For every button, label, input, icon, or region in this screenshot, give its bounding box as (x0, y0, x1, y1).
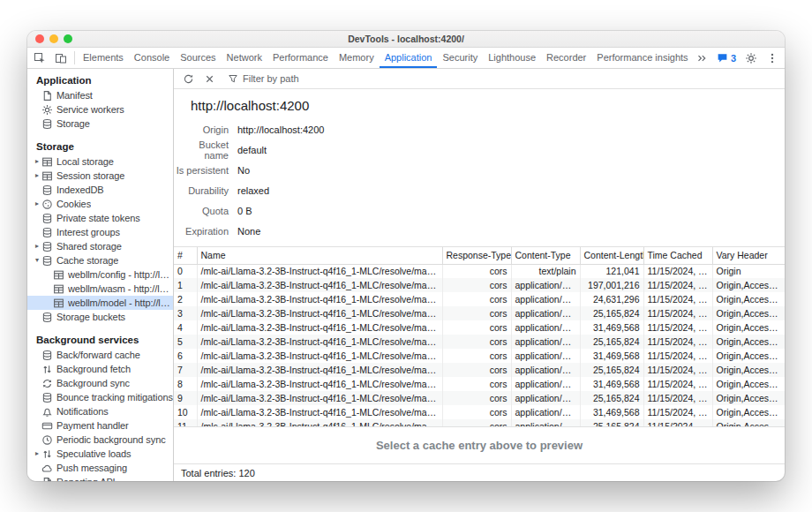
sidebar-item-webllm-config-http-loc[interactable]: webllm/config - http://loc… (27, 267, 173, 282)
column-header-vary-header[interactable]: Vary Header (712, 247, 785, 264)
tab-console[interactable]: Console (129, 48, 175, 68)
sidebar-item-reporting-api[interactable]: Reporting API (27, 475, 173, 481)
cell-content-length: 25,165,824 (580, 363, 643, 377)
tab-performance[interactable]: Performance (267, 48, 334, 68)
column-header-response-type[interactable]: Response-Type (442, 247, 511, 264)
tab-lighthouse[interactable]: Lighthouse (483, 48, 541, 68)
cache-entry-row-9[interactable]: 9/mlc-ai/Llama-3.2-3B-Instruct-q4f16_1-M… (174, 391, 785, 405)
cache-entry-row-3[interactable]: 3/mlc-ai/Llama-3.2-3B-Instruct-q4f16_1-M… (174, 306, 785, 320)
inspect-element-button[interactable] (29, 48, 50, 68)
tab-network[interactable]: Network (222, 48, 267, 68)
console-message-badge[interactable]: 3 (712, 48, 741, 68)
expand-arrow-icon[interactable]: ▸ (33, 239, 41, 253)
sidebar-item-payment-handler[interactable]: Payment handler (27, 418, 173, 433)
cell-name: /mlc-ai/Llama-3.2-3B-Instruct-q4f16_1-ML… (197, 419, 442, 426)
cache-entry-row-7[interactable]: 7/mlc-ai/Llama-3.2-3B-Instruct-q4f16_1-M… (174, 363, 785, 377)
device-toolbar-button[interactable] (50, 48, 71, 68)
sidebar-item-manifest[interactable]: Manifest (27, 88, 173, 102)
cell-vary-header: Origin,Access… (712, 320, 785, 335)
zoom-window-button[interactable] (64, 34, 72, 43)
cell-vary-header: Origin,Access… (712, 335, 785, 349)
sidebar-item-label: Back/forward cache (56, 350, 140, 360)
cell-name: /mlc-ai/Llama-3.2-3B-Instruct-q4f16_1-ML… (197, 335, 442, 349)
minimize-window-button[interactable] (49, 34, 58, 43)
cache-entry-row-11[interactable]: 11/mlc-ai/Llama-3.2-3B-Instruct-q4f16_1-… (174, 419, 785, 426)
column-header-content-length[interactable]: Content-Length (580, 247, 643, 264)
cache-entry-row-1[interactable]: 1/mlc-ai/Llama-3.2-3B-Instruct-q4f16_1-M… (174, 278, 785, 292)
expand-arrow-icon[interactable]: ▸ (33, 447, 41, 461)
column-header-[interactable]: # (174, 247, 197, 264)
refresh-button[interactable] (178, 69, 198, 88)
sidebar-item-periodic-background-sync[interactable]: Periodic background sync (27, 433, 173, 447)
tab-label: Performance (273, 52, 328, 63)
sidebar-item-back-forward-cache[interactable]: Back/forward cache (27, 348, 173, 362)
sidebar-item-shared-storage[interactable]: ▸Shared storage (27, 239, 173, 253)
updown-icon (41, 448, 53, 460)
devtools-window: DevTools - localhost:4200/ ElementsConso… (27, 31, 785, 481)
tab-elements[interactable]: Elements (78, 48, 129, 68)
expand-arrow-icon[interactable]: ▸ (33, 169, 41, 183)
cache-metadata-list: Originhttp://localhost:4200Bucket namede… (174, 119, 785, 241)
cell-name: /mlc-ai/Llama-3.2-3B-Instruct-q4f16_1-ML… (197, 264, 442, 278)
sidebar-item-session-storage[interactable]: ▸Session storage (27, 169, 173, 183)
tab-performance-insights[interactable]: Performance insights (591, 48, 691, 68)
tab-sources[interactable]: Sources (175, 48, 221, 68)
settings-button[interactable] (741, 48, 762, 68)
expand-arrow-icon[interactable]: ▸ (33, 154, 41, 169)
cell-time-cached: 11/15/2024, 10… (643, 278, 712, 292)
sidebar-item-service-workers[interactable]: Service workers (27, 102, 173, 117)
sidebar-item-cookies[interactable]: ▸Cookies (27, 197, 173, 211)
cell-time-cached: 11/15/2024, 10… (643, 363, 712, 377)
cache-entry-row-5[interactable]: 5/mlc-ai/Llama-3.2-3B-Instruct-q4f16_1-M… (174, 335, 785, 349)
expand-arrow-icon[interactable]: ▾ (33, 253, 41, 267)
tab-application[interactable]: Application (380, 48, 438, 68)
meta-label: Quota (174, 206, 229, 216)
tab-label: Memory (339, 52, 374, 63)
cell-name: /mlc-ai/Llama-3.2-3B-Instruct-q4f16_1-ML… (197, 349, 442, 363)
cache-entry-row-10[interactable]: 10/mlc-ai/Llama-3.2-3B-Instruct-q4f16_1-… (174, 405, 785, 419)
cache-entry-row-6[interactable]: 6/mlc-ai/Llama-3.2-3B-Instruct-q4f16_1-M… (174, 349, 785, 363)
tab-memory[interactable]: Memory (334, 48, 380, 68)
sidebar-item-interest-groups[interactable]: Interest groups (27, 225, 173, 239)
filter-by-path-input[interactable]: Filter by path (228, 73, 299, 84)
column-header-time-cached[interactable]: Time Cached (643, 247, 712, 264)
cache-entry-row-0[interactable]: 0/mlc-ai/Llama-3.2-3B-Instruct-q4f16_1-M… (174, 264, 785, 278)
sidebar-item-bounce-tracking-mitigations[interactable]: Bounce tracking mitigations (27, 390, 173, 404)
cell-name: /mlc-ai/Llama-3.2-3B-Instruct-q4f16_1-ML… (197, 292, 442, 306)
delete-selected-button[interactable] (199, 69, 219, 88)
sidebar-item-cache-storage[interactable]: ▾Cache storage (27, 253, 173, 267)
cell-response-type: cors (442, 264, 511, 278)
sidebar-item-webllm-wasm-http-loca[interactable]: webllm/wasm - http://loca… (27, 282, 173, 296)
sidebar-item-storage[interactable]: Storage (27, 117, 173, 131)
sidebar-item-local-storage[interactable]: ▸Local storage (27, 154, 173, 169)
devtools-tabs: ElementsConsoleSourcesNetworkPerformance… (78, 48, 691, 68)
sidebar-item-background-fetch[interactable]: Background fetch (27, 362, 173, 376)
cache-entry-row-4[interactable]: 4/mlc-ai/Llama-3.2-3B-Instruct-q4f16_1-M… (174, 320, 785, 335)
sidebar-item-push-messaging[interactable]: Push messaging (27, 461, 173, 475)
sidebar-item-storage-buckets[interactable]: Storage buckets (27, 310, 173, 324)
sidebar-item-label: Local storage (56, 156, 114, 167)
sidebar-item-indexeddb[interactable]: IndexedDB (27, 183, 173, 197)
meta-value: No (237, 165, 250, 176)
gear-icon (41, 104, 53, 116)
sidebar-item-background-sync[interactable]: Background sync (27, 376, 173, 390)
sidebar-item-label: Storage buckets (56, 312, 125, 322)
more-tabs-button[interactable] (691, 48, 712, 68)
sidebar-item-label: Reporting API (56, 477, 116, 481)
cell-vary-header: Origin,Access… (712, 419, 785, 426)
main-menu-button[interactable] (762, 48, 783, 68)
sidebar-item-notifications[interactable]: Notifications (27, 404, 173, 418)
tab-security[interactable]: Security (437, 48, 483, 68)
cell-vary-header: Origin,Access… (712, 363, 785, 377)
column-header-content-type[interactable]: Content-Type (511, 247, 580, 264)
sidebar-item-webllm-model-http-loc[interactable]: webllm/model - http://loc… (27, 296, 173, 310)
tab-recorder[interactable]: Recorder (541, 48, 591, 68)
expand-arrow-icon[interactable]: ▸ (33, 197, 41, 211)
cache-entry-row-8[interactable]: 8/mlc-ai/Llama-3.2-3B-Instruct-q4f16_1-M… (174, 377, 785, 391)
cache-entry-row-2[interactable]: 2/mlc-ai/Llama-3.2-3B-Instruct-q4f16_1-M… (174, 292, 785, 306)
column-header-name[interactable]: Name (197, 247, 442, 264)
sidebar-item-private-state-tokens[interactable]: Private state tokens (27, 211, 173, 225)
cell-num: 2 (174, 292, 197, 306)
close-window-button[interactable] (35, 34, 44, 43)
sidebar-item-speculative-loads[interactable]: ▸Speculative loads (27, 447, 173, 461)
